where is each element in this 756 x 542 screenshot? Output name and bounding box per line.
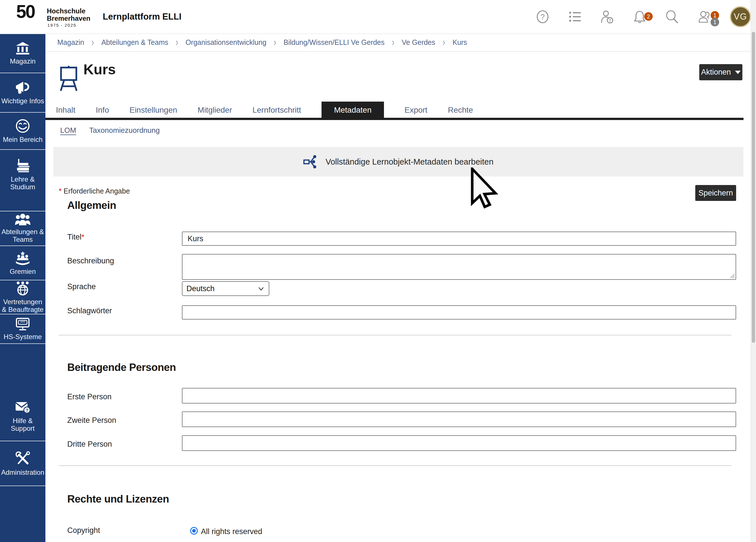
- main-content: Magazin › Abteilungen & Teams › Organisa…: [45, 33, 751, 542]
- radio-dot: [192, 529, 196, 533]
- awareness-button[interactable]: !: [600, 10, 614, 24]
- breadcrumb-item-ve-gerdes[interactable]: Ve Gerdes: [402, 38, 435, 47]
- titel-input[interactable]: [182, 232, 736, 246]
- actions-button[interactable]: Aktionen: [699, 64, 742, 80]
- edit-full-metadata-banner[interactable]: Vollständige Lernobjekt-Metadaten bearbe…: [53, 147, 744, 177]
- beschreibung-label: Beschreibung: [67, 257, 114, 265]
- chevron-right-icon: ›: [274, 36, 276, 48]
- svg-text:!: !: [609, 18, 611, 23]
- sidebar-item-vertretungen[interactable]: Vertretungen & Beauftragte: [0, 280, 45, 314]
- copyright-radio-all-rights-reserved[interactable]: [190, 527, 198, 535]
- logo-50: 50: [16, 1, 35, 22]
- sidebar-item-lehre-studium[interactable]: Lehre & Studium: [0, 150, 45, 211]
- dritte-person-input[interactable]: [182, 435, 736, 451]
- required-asterisk: *: [81, 233, 84, 241]
- vertical-scrollbar[interactable]: [751, 0, 756, 542]
- mail-question-icon: ?: [15, 400, 31, 415]
- subtab-taxonomiezuordnung[interactable]: Taxonomiezuordnung: [89, 126, 160, 135]
- bank-icon: [15, 41, 30, 55]
- search-button[interactable]: [665, 10, 679, 24]
- tab-einstellungen[interactable]: Einstellungen: [129, 106, 177, 119]
- chevron-right-icon: ›: [392, 36, 394, 48]
- banner-label: Vollständige Lernobjekt-Metadaten bearbe…: [325, 157, 493, 167]
- breadcrumb-item-organisationsentwicklung[interactable]: Organisationsentwicklung: [186, 38, 266, 47]
- user-avatar[interactable]: VG: [730, 6, 751, 27]
- sidebar-item-abteilungen-teams[interactable]: Abteilungen & Teams: [0, 211, 45, 246]
- chevron-right-icon: ›: [443, 36, 445, 48]
- sidebar-item-mein-bereich[interactable]: Mein Bereich: [0, 113, 45, 150]
- svg-text:?: ?: [26, 408, 28, 413]
- sidebar-item-gremien[interactable]: Gremien: [0, 246, 45, 280]
- notifications-button[interactable]: 2: [633, 10, 646, 24]
- megaphone-icon: [15, 81, 31, 95]
- erste-person-label: Erste Person: [67, 392, 112, 401]
- header-icon-bar: ? ! 2: [536, 0, 751, 33]
- breadcrumb-item-bildung[interactable]: Bildung/Wissen/ELLI Ve Gerdes: [283, 38, 385, 47]
- sidebar-item-hs-systeme[interactable]: *** HS-Systeme: [0, 314, 45, 344]
- smiley-icon: [15, 119, 30, 133]
- titel-label: Titel*: [67, 233, 84, 241]
- copyright-label: Copyright: [67, 526, 100, 535]
- required-note: * Erforderliche Angabe: [59, 187, 130, 196]
- tab-info[interactable]: Info: [96, 106, 109, 119]
- list-menu-button[interactable]: [568, 10, 582, 24]
- scrollbar-thumb[interactable]: [752, 32, 755, 343]
- search-icon: [665, 10, 679, 24]
- beschreibung-textarea[interactable]: [182, 254, 736, 280]
- tab-inhalt[interactable]: Inhalt: [56, 106, 75, 119]
- section-divider: [59, 335, 731, 335]
- chevron-right-icon: ›: [176, 36, 178, 48]
- section-divider: [59, 465, 731, 466]
- tab-underline: [45, 118, 744, 120]
- bulleted-list-icon: [568, 10, 581, 23]
- breadcrumb-item-kurs[interactable]: Kurs: [452, 38, 467, 47]
- breadcrumb-item-magazin[interactable]: Magazin: [57, 38, 84, 47]
- logo-name: HochschuleBremerhaven: [47, 7, 90, 22]
- app-title: Lernplattform ELLI: [103, 0, 181, 33]
- page-title: Kurs: [83, 61, 116, 78]
- people-group-icon: [14, 214, 31, 226]
- tab-mitglieder[interactable]: Mitglieder: [198, 106, 232, 119]
- save-button[interactable]: Speichern: [695, 185, 736, 201]
- tab-rechte[interactable]: Rechte: [448, 106, 473, 119]
- sidebar-item-hilfe-support[interactable]: ? Hilfe & Support: [0, 344, 45, 441]
- dritte-person-label: Dritte Person: [67, 440, 112, 449]
- section-heading-allgemein: Allgemein: [67, 199, 116, 211]
- page-title-row: Kurs Aktionen: [45, 52, 751, 103]
- tab-metadaten[interactable]: Metadaten: [322, 102, 384, 119]
- user-alert-icon: !: [600, 10, 614, 24]
- svg-text:***: ***: [20, 320, 25, 325]
- section-heading-beitragende: Beitragende Personen: [67, 362, 176, 373]
- sidebar-item-administration[interactable]: Administration: [0, 441, 45, 486]
- sidebar-filler: [0, 486, 45, 542]
- hochschule-bremerhaven-logo[interactable]: 50 HochschuleBremerhaven 1975 - 2025: [16, 2, 84, 31]
- section-heading-rechte: Rechte und Lizenzen: [67, 493, 169, 505]
- globe-people-icon: [15, 281, 31, 296]
- help-icon: ?: [536, 10, 549, 23]
- sidebar-item-wichtige-infos[interactable]: Wichtige Infos: [0, 73, 45, 113]
- schlagwoerter-input[interactable]: [182, 305, 736, 320]
- copyright-radio-label: All rights reserved: [201, 527, 262, 536]
- zweite-person-input[interactable]: [182, 411, 736, 427]
- svg-text:?: ?: [540, 13, 545, 21]
- sprache-select[interactable]: Deutsch: [182, 281, 269, 296]
- main-sidebar: Magazin Wichtige Infos Mein Bereich Lehr…: [0, 33, 45, 542]
- breadcrumb-item-abteilungen[interactable]: Abteilungen & Teams: [101, 38, 168, 47]
- notifications-badge: 2: [644, 12, 653, 21]
- breadcrumb: Magazin › Abteilungen & Teams › Organisa…: [45, 33, 751, 52]
- tab-bar: Inhalt Info Einstellungen Mitglieder Ler…: [56, 102, 473, 119]
- schlagwoerter-label: Schlagwörter: [67, 306, 112, 315]
- tab-lernfortschritt[interactable]: Lernfortschritt: [253, 106, 301, 119]
- help-button[interactable]: ?: [536, 10, 549, 24]
- top-header: 50 HochschuleBremerhaven 1975 - 2025 Ler…: [0, 0, 756, 34]
- sprache-label: Sprache: [67, 282, 96, 291]
- sidebar-item-magazin[interactable]: Magazin: [0, 33, 45, 73]
- tab-export[interactable]: Export: [404, 106, 427, 119]
- logo-years: 1975 - 2025: [47, 23, 76, 28]
- course-easel-icon: [58, 65, 79, 91]
- subtab-lom[interactable]: LOM: [60, 126, 76, 135]
- contacts-button[interactable]: 1 1: [698, 10, 711, 24]
- zweite-person-label: Zweite Person: [67, 416, 116, 425]
- caret-down-icon: [735, 71, 741, 74]
- erste-person-input[interactable]: [182, 388, 736, 404]
